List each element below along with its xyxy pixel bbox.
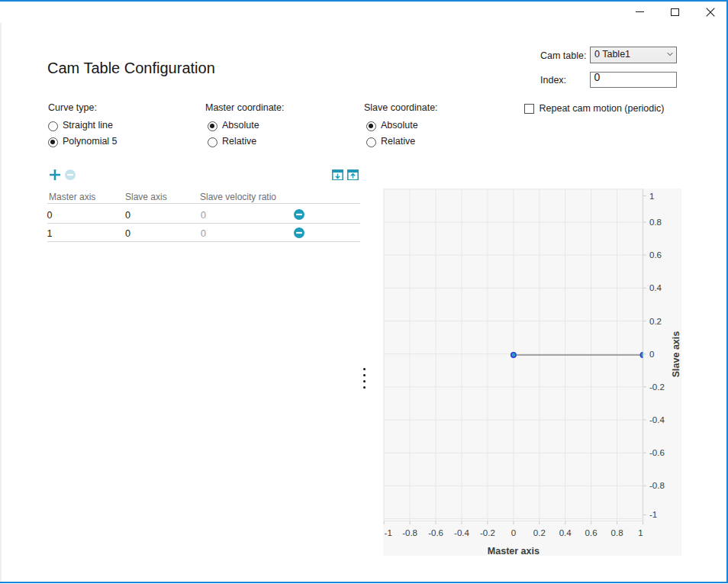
svg-text:-0.8: -0.8	[402, 528, 417, 537]
svg-text:0.2: 0.2	[533, 528, 546, 537]
svg-text:0.8: 0.8	[649, 218, 662, 227]
svg-text:-0.4: -0.4	[649, 415, 665, 424]
svg-text:-0.4: -0.4	[454, 528, 469, 537]
svg-text:0: 0	[511, 528, 516, 537]
svg-text:0.6: 0.6	[585, 528, 598, 537]
svg-text:Master axis: Master axis	[488, 546, 540, 557]
svg-text:-0.8: -0.8	[649, 481, 665, 490]
svg-text:1: 1	[638, 528, 643, 537]
svg-text:-0.2: -0.2	[480, 528, 495, 537]
svg-text:0.2: 0.2	[649, 317, 662, 326]
svg-text:-0.6: -0.6	[649, 448, 665, 457]
svg-text:Slave axis: Slave axis	[671, 331, 681, 378]
svg-text:-1: -1	[385, 528, 392, 537]
svg-text:-0.6: -0.6	[428, 528, 443, 537]
svg-text:0.6: 0.6	[649, 250, 662, 260]
svg-text:-0.2: -0.2	[649, 382, 665, 392]
svg-text:0: 0	[649, 350, 654, 359]
svg-text:-1: -1	[649, 510, 657, 519]
svg-text:0.8: 0.8	[611, 528, 623, 537]
svg-text:1: 1	[649, 192, 654, 201]
svg-text:0.4: 0.4	[649, 283, 662, 292]
svg-text:0.4: 0.4	[559, 528, 572, 537]
